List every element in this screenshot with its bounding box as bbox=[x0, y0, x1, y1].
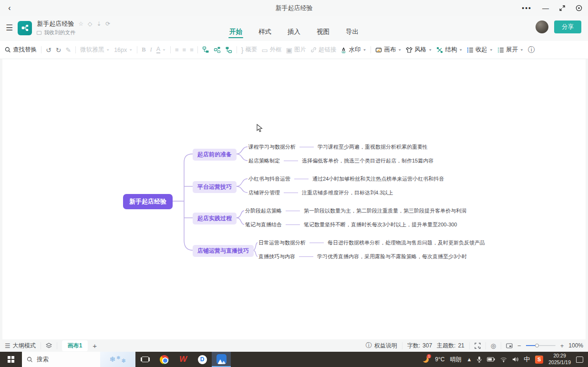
mindmap-branch-node[interactable]: 起店前的准备 bbox=[193, 149, 237, 161]
align-right-icon[interactable]: ≡ bbox=[190, 46, 193, 53]
battery-icon[interactable] bbox=[487, 357, 495, 362]
add-canvas-button[interactable]: + bbox=[93, 342, 97, 350]
back-button[interactable]: ‹ bbox=[0, 4, 19, 12]
insert-sibling-topic-icon[interactable] bbox=[202, 46, 209, 53]
italic-button[interactable]: I bbox=[150, 46, 152, 53]
document-location[interactable]: 我收到的文件 bbox=[44, 29, 75, 36]
subtopic-label: 小红书与抖音运营 bbox=[248, 175, 290, 183]
action-center-icon[interactable] bbox=[576, 357, 583, 363]
fit-screen-icon[interactable] bbox=[475, 343, 481, 349]
weather-moon-icon[interactable]: 1 bbox=[422, 356, 430, 363]
canvas-button[interactable]: 画布▼ bbox=[375, 46, 402, 54]
mindmap-subtopic-row[interactable]: 直播技巧与内容 学习优秀直播内容，采用露脸与不露脸策略，每次直播至少3小时 bbox=[258, 252, 467, 261]
outline-icon: ☰ bbox=[5, 342, 10, 349]
taskbar-clock[interactable]: 20:29 2025/1/19 bbox=[548, 353, 571, 366]
maximize-icon[interactable] bbox=[559, 5, 565, 11]
zoom-in-button[interactable]: + bbox=[560, 342, 564, 349]
layers-icon[interactable] bbox=[46, 343, 52, 348]
outline-mode-button[interactable]: ☰ 大纲模式 bbox=[5, 342, 36, 350]
more-options-icon[interactable]: ••• bbox=[522, 4, 532, 12]
style-button[interactable]: 风格▼ bbox=[406, 46, 432, 54]
mindmap-subtopic-row[interactable]: 分阶段起店策略 第一阶段以数量为主，第二阶段注重质量，第三阶段提升客单价与利润 bbox=[245, 206, 466, 215]
mindmap-branch-node[interactable]: 起店实践过程 bbox=[193, 213, 237, 224]
undo-icon[interactable]: ↺ bbox=[46, 47, 52, 53]
mindmap-branch-node[interactable]: 店铺运营与直播技巧 bbox=[193, 245, 254, 257]
redo-icon[interactable]: ↻ bbox=[56, 47, 62, 53]
align-center-icon[interactable]: ≡ bbox=[183, 46, 186, 53]
subtopic-label: 直播技巧与内容 bbox=[258, 253, 295, 260]
zoom-out-button[interactable]: − bbox=[517, 342, 521, 349]
zoom-level: 100% bbox=[568, 342, 583, 349]
insert-parent-topic-icon[interactable] bbox=[225, 46, 232, 53]
tag-icon[interactable]: ◇ bbox=[88, 21, 92, 27]
taskbar-app-chrome[interactable] bbox=[155, 352, 174, 367]
taskbar-app-wps[interactable]: W bbox=[174, 352, 193, 367]
align-left-icon[interactable]: ≡ bbox=[175, 46, 178, 53]
mindmap-app-icon bbox=[217, 354, 227, 364]
hyperlink-button[interactable]: 超链接 bbox=[310, 46, 337, 54]
summary-button[interactable]: }概要 bbox=[241, 46, 258, 54]
show-hidden-icons[interactable]: ▲ bbox=[466, 357, 472, 362]
mindmap-canvas[interactable]: 新手起店经验 起店前的准备 平台运营技巧 起店实践过程 店铺运营与直播技巧 课程… bbox=[0, 59, 588, 339]
wifi-icon[interactable] bbox=[500, 357, 507, 362]
mindmap-subtopic-row[interactable]: 笔记与直播结合 笔记数量坚持不断，直播时长每次3小时以上，提升单量至200-30… bbox=[245, 220, 457, 229]
find-replace-button[interactable]: 查找替换 bbox=[5, 46, 37, 54]
structure-button[interactable]: 结构▼ bbox=[436, 46, 463, 54]
speaker-icon[interactable] bbox=[512, 357, 518, 362]
menu-icon[interactable]: ☰ bbox=[6, 23, 13, 33]
canvas-tab[interactable]: 画布1 bbox=[62, 340, 88, 351]
minimize-icon[interactable]: — bbox=[542, 4, 549, 12]
microphone-icon[interactable] bbox=[477, 356, 482, 363]
minimap-icon[interactable] bbox=[506, 343, 513, 348]
mindmap-root-node[interactable]: 新手起店经验 bbox=[123, 194, 173, 209]
tab-view[interactable]: 视图 bbox=[316, 28, 330, 41]
collapse-button[interactable]: 收起▼ bbox=[467, 46, 493, 54]
font-size-select[interactable]: 16px▼ bbox=[114, 47, 133, 53]
sogou-input-icon[interactable]: S bbox=[535, 356, 543, 364]
mouse-cursor bbox=[257, 124, 263, 133]
tab-style[interactable]: 样式 bbox=[258, 28, 272, 41]
help-icon[interactable]: ⓘ bbox=[528, 46, 535, 54]
taskbar-app-dingtalk[interactable]: D bbox=[193, 352, 212, 367]
app-logo-icon[interactable] bbox=[18, 21, 32, 35]
start-button[interactable] bbox=[0, 352, 22, 367]
frame-button[interactable]: ▭外框 bbox=[261, 46, 281, 54]
weather-description[interactable]: 晴朗 bbox=[450, 356, 461, 364]
task-view-button[interactable] bbox=[135, 352, 155, 367]
mindmap-branch-node[interactable]: 平台运营技巧 bbox=[193, 181, 237, 193]
download-icon[interactable]: ⇣ bbox=[96, 21, 101, 27]
ime-indicator[interactable]: 中 bbox=[524, 355, 530, 364]
mindmap-subtopic-row[interactable]: 起店策略制定 选择偏低客单价，挑选三个类目进行起店，制作15篇内容 bbox=[248, 156, 433, 165]
close-icon[interactable] bbox=[576, 5, 582, 11]
mindmap-subtopic-row[interactable]: 日常运营与数据分析 每日进行数据榜单分析，处理物流与售后问题，及时更新负反馈产品 bbox=[258, 238, 485, 247]
favorite-star-icon[interactable]: ☆ bbox=[78, 21, 83, 27]
expand-button[interactable]: 展开▼ bbox=[497, 46, 524, 54]
rights-info-button[interactable]: ⓘ 权益说明 bbox=[366, 341, 397, 350]
locate-center-icon[interactable]: ◎ bbox=[491, 342, 496, 349]
user-avatar[interactable] bbox=[536, 20, 548, 33]
watermark-button[interactable]: 水印▼ bbox=[340, 46, 366, 54]
mindmap-subtopic-row[interactable]: 店铺评分管理 注重店铺多维度评分，目标达到4.3以上 bbox=[248, 188, 393, 197]
zoom-slider[interactable] bbox=[526, 345, 556, 346]
mindmap-subtopic-row[interactable]: 小红书与抖音运营 通过24小时加够粉丝和关注热点榜单来运营小红书和抖音 bbox=[248, 174, 444, 183]
font-color-button[interactable]: A▼ bbox=[156, 46, 166, 53]
search-placeholder: 搜索 bbox=[37, 356, 49, 364]
format-painter-icon[interactable]: ✎ bbox=[65, 47, 71, 53]
font-family-select[interactable]: 微软雅黑▼ bbox=[80, 46, 110, 54]
bold-button[interactable]: B bbox=[142, 46, 145, 53]
history-icon[interactable]: ⟳ bbox=[105, 21, 110, 27]
canvas-icon bbox=[375, 47, 382, 53]
tab-export[interactable]: 导出 bbox=[345, 28, 360, 41]
share-button[interactable]: 分享 bbox=[554, 20, 581, 33]
topic-connector-line bbox=[286, 224, 300, 225]
weather-widget[interactable]: ❄ ❄ ❄ bbox=[100, 352, 135, 367]
image-button[interactable]: ▣图片 bbox=[286, 46, 306, 54]
tab-insert[interactable]: 插入 bbox=[287, 28, 301, 41]
insert-child-topic-icon[interactable] bbox=[214, 46, 221, 53]
zoom-slider-knob[interactable] bbox=[535, 344, 539, 347]
taskbar-app-mindmap-active[interactable] bbox=[212, 352, 231, 367]
taskbar-search-input[interactable]: 搜索 bbox=[22, 352, 100, 367]
tab-start[interactable]: 开始 bbox=[228, 28, 243, 41]
mindmap-subtopic-row[interactable]: 课程学习与数据分析 学习课程至少两遍，重视数据分析积累的重要性 bbox=[248, 143, 428, 151]
weather-temperature[interactable]: 9°C bbox=[435, 356, 444, 363]
